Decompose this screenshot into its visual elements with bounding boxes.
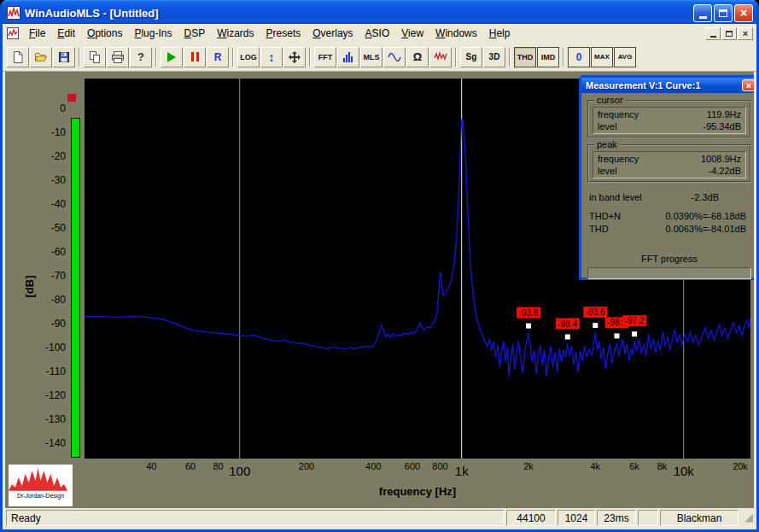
toolbar-separator [509, 48, 511, 67]
harmonic-marker-label: -93.6 [586, 307, 605, 317]
up-down-arrow-icon: ↕ [269, 50, 275, 64]
cursor-frequency-label: frequency [598, 108, 639, 120]
menu-options[interactable]: Options [81, 26, 128, 42]
maximize-button[interactable] [714, 4, 733, 22]
client-area: 0-10-20-30-40-50-60-70-80-90-100-110-120… [5, 72, 754, 508]
spectrum-button[interactable] [337, 47, 359, 67]
toolbar-separator [309, 48, 311, 67]
play-button[interactable] [161, 47, 183, 67]
status-sample-rate: 44100 [506, 510, 556, 526]
y-tick: -70 [6, 269, 66, 283]
status-bar: Ready 44100 1024 23ms Blackman ◢ [5, 508, 754, 527]
save-button[interactable] [53, 47, 75, 67]
harmonic-marker-label: -97.2 [625, 316, 645, 325]
copy-button[interactable] [84, 47, 106, 67]
mdi-minimize-button[interactable] [705, 27, 721, 40]
y-tick: -80 [6, 293, 66, 307]
minimize-icon [699, 16, 707, 19]
y-tick: -40 [6, 197, 66, 211]
impedance-button[interactable]: Ω [406, 47, 429, 67]
restore-icon [726, 31, 733, 37]
help-button[interactable]: ? [130, 47, 152, 67]
3d-button[interactable]: 3D [483, 47, 505, 67]
mdi-close-button[interactable]: × [738, 27, 753, 40]
move-button[interactable] [283, 47, 306, 67]
status-message: Ready [6, 510, 505, 526]
title-bar[interactable]: WinAudioMLS - [Untitled] × [3, 0, 756, 24]
menu-windows[interactable]: Windows [429, 26, 483, 42]
measurement-panel-close-button[interactable]: × [742, 79, 754, 91]
open-file-button[interactable] [30, 47, 52, 67]
y-tick: -90 [6, 317, 66, 330]
y-tick: -110 [6, 365, 66, 378]
x-tick: 1k [436, 464, 488, 478]
toolbar-separator [79, 48, 80, 67]
y-tick: -50 [6, 221, 66, 235]
harmonic-marker-point [526, 324, 531, 329]
menu-presets[interactable]: Presets [260, 26, 307, 42]
sg-button[interactable]: Sg [460, 47, 482, 67]
thdn-value: 0.0390%=-68.18dB [666, 211, 747, 222]
y-tick: -30 [6, 173, 66, 187]
mls-button[interactable]: MLS [360, 47, 382, 67]
menu-asio[interactable]: ASIO [359, 26, 396, 42]
toolbar-separator [155, 48, 157, 67]
pause-button[interactable] [184, 47, 206, 67]
zero-label: 0 [576, 51, 582, 63]
peak-group: peak frequency 1008.9Hz level -4.22dB [587, 144, 751, 183]
close-button[interactable]: × [734, 4, 753, 22]
fft-button[interactable]: FFT [314, 47, 336, 67]
peak-frequency-value: 1008.9Hz [701, 153, 741, 165]
scope-button[interactable] [383, 47, 406, 67]
y-tick: -120 [6, 389, 66, 402]
mdi-window-controls: × [705, 27, 755, 40]
imd-button[interactable]: IMD [537, 47, 559, 67]
omega-icon: Ω [413, 50, 422, 63]
y-tick: -130 [6, 412, 66, 426]
window-title: WinAudioMLS - [Untitled] [25, 7, 693, 20]
in-band-level-value: -2.3dB [692, 192, 719, 203]
menu-wizards[interactable]: Wizards [211, 26, 260, 42]
measurement-panel-titlebar[interactable]: Measurement V:1 Curve:1 × [581, 78, 754, 93]
thd-value: 0.0063%=-84.01dB [666, 224, 747, 235]
measurement-panel: Measurement V:1 Curve:1 × cursor frequen… [579, 75, 754, 280]
y-tick: 0 [6, 102, 66, 115]
resize-grip[interactable]: ◢ [740, 510, 753, 526]
menu-view[interactable]: View [395, 26, 429, 42]
minimize-button[interactable] [693, 4, 712, 22]
new-file-icon [11, 50, 25, 64]
new-file-button[interactable] [7, 47, 29, 67]
menu-file[interactable]: File [23, 26, 51, 42]
thd-button[interactable]: THD [514, 47, 536, 67]
avg-button[interactable]: AVG [614, 47, 636, 67]
vertical-scale-button[interactable]: ↕ [260, 47, 283, 67]
menu-help[interactable]: Help [483, 26, 517, 42]
menu-plugins[interactable]: Plug-Ins [128, 26, 178, 42]
menu-overlays[interactable]: Overlays [307, 26, 359, 42]
menu-edit[interactable]: Edit [51, 26, 81, 42]
max-button[interactable]: MAX [591, 47, 613, 67]
harmonic-marker-point [565, 335, 570, 340]
signal-generator-button[interactable] [429, 47, 452, 67]
status-empty-cell [638, 510, 658, 526]
measurement-panel-body: cursor frequency 119.9Hz level -95.34dB … [581, 93, 754, 279]
zero-button[interactable]: 0 [568, 47, 590, 67]
mdi-restore-button[interactable] [721, 27, 737, 40]
thd-label: THD [589, 224, 609, 235]
print-button[interactable] [107, 47, 129, 67]
repeat-button[interactable]: R [207, 47, 229, 67]
harmonic-marker-point [615, 333, 620, 338]
copy-icon [88, 50, 102, 64]
menu-dsp[interactable]: DSP [178, 26, 211, 42]
x-tick: 20k [715, 461, 754, 471]
repeat-label: R [214, 51, 222, 63]
peak-group-label: peak [594, 139, 620, 149]
save-floppy-icon [57, 50, 71, 64]
window-controls: × [693, 4, 753, 22]
x-tick: 10k [658, 464, 709, 478]
document-icon[interactable] [6, 26, 20, 40]
fft-progress-label: FFT progress [587, 254, 751, 264]
cursor-level-value: -95.34dB [703, 120, 741, 132]
x-axis: 4060801002004006008001k2k4k6k8k10k20k [85, 460, 750, 486]
log-scale-button[interactable]: LOG [237, 47, 260, 67]
